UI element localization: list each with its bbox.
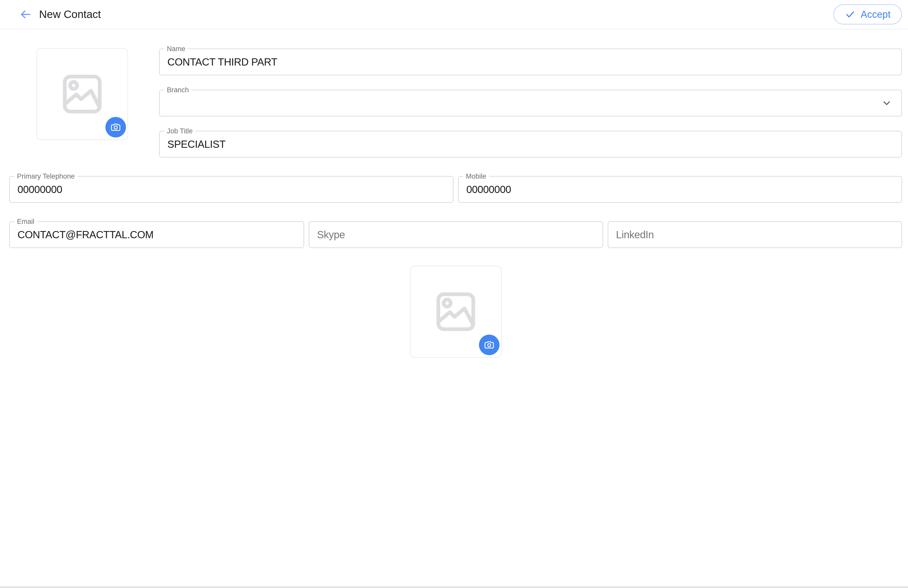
job-title-label: Job Title	[164, 127, 195, 135]
linkedin-input[interactable]	[608, 222, 902, 247]
name-label: Name	[164, 45, 188, 53]
mobile-input[interactable]	[459, 177, 902, 202]
header: New Contact Accept	[0, 0, 908, 29]
linkedin-field	[608, 221, 902, 248]
upload-photo-button[interactable]	[479, 334, 499, 355]
primary-telephone-label: Primary Telephone	[14, 172, 77, 180]
mobile-label: Mobile	[463, 172, 489, 180]
upload-photo-button[interactable]	[105, 117, 126, 138]
skype-input[interactable]	[309, 222, 602, 247]
camera-icon	[483, 339, 495, 351]
job-title-field: Job Title	[159, 131, 902, 157]
email-input[interactable]	[10, 222, 304, 247]
branch-label: Branch	[164, 86, 192, 94]
check-icon	[845, 9, 856, 20]
arrow-left-icon	[19, 8, 32, 21]
bottom-scrollbar-track	[0, 586, 908, 588]
primary-telephone-input[interactable]	[10, 177, 453, 202]
mobile-field: Mobile	[458, 176, 902, 203]
primary-telephone-field: Primary Telephone	[9, 176, 454, 203]
image-icon	[58, 69, 107, 119]
branch-select[interactable]	[159, 90, 901, 116]
page-title: New Contact	[39, 8, 101, 21]
name-input[interactable]	[159, 49, 901, 75]
contact-photo-card[interactable]	[37, 48, 128, 140]
accept-button-label: Accept	[861, 9, 890, 20]
camera-icon	[110, 121, 122, 133]
job-title-input[interactable]	[159, 131, 901, 157]
secondary-photo-card[interactable]	[410, 266, 502, 358]
branch-field: Branch	[159, 90, 902, 116]
accept-button[interactable]: Accept	[834, 4, 902, 24]
skype-field	[309, 221, 603, 248]
email-field: Email	[9, 221, 304, 248]
email-label: Email	[14, 217, 37, 226]
image-icon	[431, 287, 480, 336]
back-button[interactable]	[19, 7, 33, 22]
name-field: Name	[159, 48, 902, 75]
